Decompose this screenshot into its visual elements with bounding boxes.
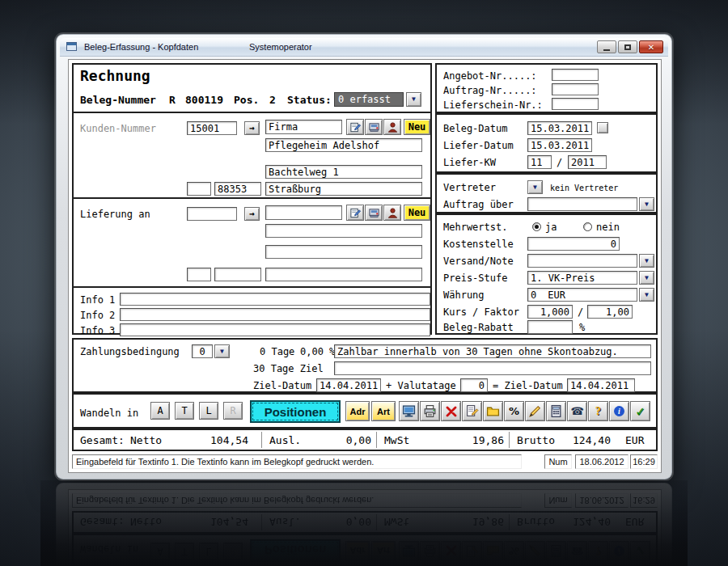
info2-field[interactable]	[120, 308, 430, 321]
bildschirm-button[interactable]	[399, 401, 419, 421]
zahlungsbedingung-dropdown-button[interactable]: ▼	[214, 344, 230, 358]
mwst-nein-radio[interactable]	[583, 222, 592, 231]
vertreter-dropdown-button[interactable]: ▼	[527, 180, 543, 194]
info1-field[interactable]	[120, 293, 430, 306]
skonto-tage: 0 Tage	[260, 346, 294, 357]
kunde-neu-button[interactable]: Neu	[404, 119, 430, 135]
zahlungstext-field[interactable]: Zahlbar innerhalb von 30 Tagen ohne Skon…	[334, 344, 651, 358]
mwst-ja-radio[interactable]	[532, 222, 541, 231]
wandeln-t-button[interactable]: T	[175, 402, 194, 420]
folder-icon	[486, 404, 500, 418]
ausland-value: 0,00	[316, 434, 371, 446]
maximize-button[interactable]	[618, 40, 637, 53]
referenz-section: Angebot-Nr.....: Auftrag-Nr.....: Liefer…	[435, 63, 658, 113]
auftrag-nr-field[interactable]	[552, 83, 599, 95]
loeschen-button[interactable]	[441, 401, 461, 421]
ziel-text: 30 Tage Ziel	[253, 363, 324, 374]
bearbeiten-button[interactable]	[462, 401, 482, 421]
beleg-rabatt-field[interactable]	[527, 320, 573, 334]
angebot-nr-field[interactable]	[552, 69, 599, 81]
faktor-field[interactable]: 1,00	[587, 305, 633, 319]
statusbar-time: 16:29	[630, 454, 658, 469]
kunde-lookup-button[interactable]: →	[244, 121, 260, 135]
versand-dropdown-button[interactable]: ▼	[639, 254, 654, 268]
valutatage-field[interactable]: 0	[460, 378, 488, 392]
info3-field[interactable]	[120, 323, 430, 336]
ok-button[interactable]: ✓	[630, 401, 650, 421]
ziel-datum-field[interactable]: 14.04.2011	[316, 378, 381, 392]
lieferung-nummer-field[interactable]	[187, 207, 237, 221]
phone-icon: ☎	[570, 405, 583, 417]
wandeln-l-button[interactable]: L	[199, 402, 218, 420]
kurs-field[interactable]: 1,000	[527, 305, 573, 319]
kunde-section: Kunden-Nummer 15001 → Firma Neu Pflegehe…	[72, 112, 432, 199]
positionen-button[interactable]: Positionen	[250, 400, 341, 423]
preis-stufe-dropdown-button[interactable]: ▼	[639, 271, 654, 285]
hilfe-button[interactable]: ?	[588, 401, 608, 421]
printer-icon	[423, 404, 437, 418]
lieferung-plz-field[interactable]	[214, 268, 261, 281]
kunde-edit-button[interactable]	[346, 119, 364, 135]
lieferung-contact-button[interactable]	[383, 205, 401, 221]
rechner-button[interactable]	[546, 401, 566, 421]
kunde-anrede-field[interactable]: Firma	[265, 120, 342, 134]
waehrung-field[interactable]: 0EUR	[527, 288, 637, 302]
mwst-nein-label: nein	[596, 222, 620, 233]
titlebar[interactable]: Beleg-Erfassung - Kopfdaten Systemoperat…	[60, 38, 668, 57]
ziel-datum2-field[interactable]: 14.04.2011	[567, 378, 635, 392]
gesamt-label: Gesamt:	[80, 434, 125, 446]
telefon-button[interactable]: ☎	[567, 401, 587, 421]
wandeln-r-button[interactable]: R	[223, 402, 243, 420]
status-field[interactable]: 0 erfasst	[334, 92, 404, 107]
chevron-down-icon: ▼	[533, 184, 537, 191]
zahlungstext2-field[interactable]	[334, 361, 651, 375]
kunde-plz-zusatz-field[interactable]	[187, 182, 211, 196]
kunde-plz-field[interactable]: 88353	[214, 182, 261, 196]
artikel-button[interactable]: Art	[371, 401, 396, 421]
document-type-title: Rechnung	[80, 67, 150, 84]
kostenstelle-field[interactable]: 0	[527, 237, 620, 251]
status-dropdown-button[interactable]: ▼	[406, 92, 421, 107]
auftrag-ueber-field[interactable]	[527, 197, 637, 211]
minimize-button[interactable]	[597, 40, 616, 53]
kunden-nummer-field[interactable]: 15001	[187, 121, 237, 135]
lieferschein-nr-field[interactable]	[552, 98, 599, 110]
kunde-name-field[interactable]: Pflegeheim Adelshof	[265, 138, 422, 152]
kunde-strasse-field[interactable]: Bachtelweg 1	[265, 165, 422, 179]
adressen-button[interactable]: Adr	[345, 401, 370, 421]
beleg-datum-mini-button[interactable]	[597, 122, 608, 133]
kunde-device-button[interactable]	[365, 119, 383, 135]
waehrung-dropdown-button[interactable]: ▼	[639, 288, 654, 302]
wandeln-a-button[interactable]: A	[150, 402, 170, 420]
beleg-datum-label: Beleg-Datum	[443, 123, 507, 134]
info-button[interactable]: i	[609, 401, 629, 421]
minimize-icon	[603, 49, 610, 51]
valutatage-label: + Valutatage	[386, 380, 456, 391]
unterschrift-button[interactable]	[525, 401, 545, 421]
lieferung-anrede-field[interactable]	[265, 205, 342, 220]
lieferung-strasse-field[interactable]	[265, 245, 422, 259]
lieferung-plz-zusatz-field[interactable]	[187, 268, 211, 281]
beleg-datum-field[interactable]: 15.03.2011	[527, 121, 592, 135]
lieferung-lookup-button[interactable]: →	[244, 207, 260, 221]
versand-note-field[interactable]	[527, 254, 637, 268]
ablage-button[interactable]	[483, 401, 503, 421]
liefer-datum-field[interactable]: 15.03.2011	[527, 138, 592, 152]
kunde-contact-button[interactable]	[383, 119, 401, 135]
lieferung-device-button[interactable]	[365, 205, 383, 221]
liefer-kw-field[interactable]: 11	[527, 155, 552, 169]
drucken-button[interactable]	[420, 401, 440, 421]
lieferung-section: Lieferung an → Neu	[72, 197, 432, 288]
close-button[interactable]: ✕	[639, 40, 663, 53]
lieferung-neu-button[interactable]: Neu	[404, 205, 430, 221]
lieferung-name-field[interactable]	[265, 224, 422, 238]
lieferung-ort-field[interactable]	[265, 268, 422, 281]
rabatt-button[interactable]: %	[504, 401, 524, 421]
kunde-ort-field[interactable]: Straßburg	[265, 182, 422, 196]
zahlungsbedingung-code-field[interactable]: 0	[192, 344, 213, 358]
auftrag-ueber-dropdown-button[interactable]: ▼	[639, 197, 654, 211]
lieferung-edit-button[interactable]	[346, 205, 364, 221]
percent-icon: %	[509, 405, 519, 417]
liefer-kw-jahr-field[interactable]: 2011	[568, 155, 607, 169]
preis-stufe-field[interactable]: 1. VK-Preis	[527, 271, 637, 285]
